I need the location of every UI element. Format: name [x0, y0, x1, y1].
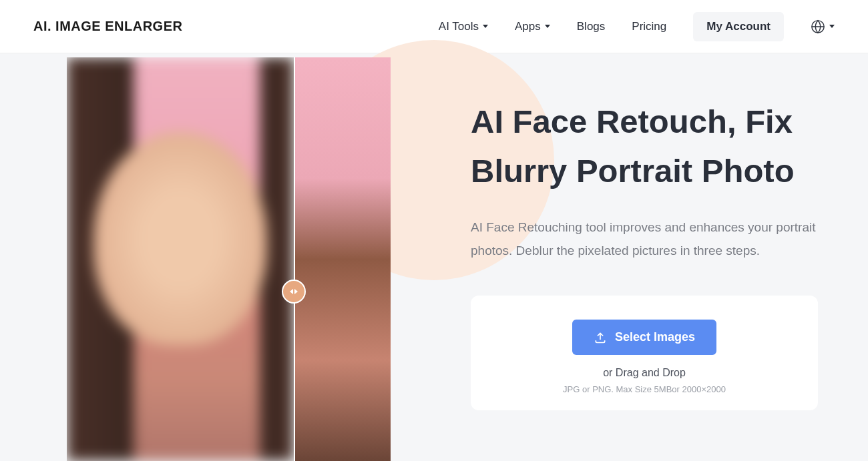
- chevron-down-icon: [483, 25, 488, 28]
- upload-icon: [594, 331, 607, 344]
- select-images-label: Select Images: [615, 330, 695, 344]
- format-hint-text: JPG or PNG. Max Size 5MBor 2000×2000: [497, 384, 791, 394]
- nav-blogs[interactable]: Blogs: [577, 20, 606, 33]
- compare-divider: [294, 57, 295, 461]
- nav-apps[interactable]: Apps: [515, 20, 550, 33]
- hero-description: AI Face Retouching tool improves and enh…: [471, 215, 818, 262]
- nav-apps-label: Apps: [515, 20, 541, 33]
- main-nav: AI Tools Apps Blogs Pricing My Account: [439, 12, 835, 41]
- chevron-down-icon: [829, 25, 835, 28]
- hero-section: AI Face Retouch, Fix Blurry Portrait Pho…: [0, 53, 868, 461]
- globe-icon: [811, 19, 825, 34]
- select-images-button[interactable]: Select Images: [572, 320, 716, 355]
- my-account-button[interactable]: My Account: [693, 12, 784, 41]
- nav-ai-tools-label: AI Tools: [439, 20, 479, 33]
- nav-pricing-label: Pricing: [632, 20, 666, 33]
- nav-pricing[interactable]: Pricing: [632, 20, 666, 33]
- portrait-before-blurry: [67, 57, 294, 461]
- drag-drop-text: or Drag and Drop: [497, 367, 791, 379]
- arrow-right-icon: [294, 289, 298, 294]
- portrait-after-sharp: [294, 57, 391, 461]
- chevron-down-icon: [545, 25, 550, 28]
- site-logo[interactable]: AI. IMAGE ENLARGER: [33, 19, 182, 34]
- nav-ai-tools[interactable]: AI Tools: [439, 20, 488, 33]
- compare-handle[interactable]: [282, 280, 306, 304]
- my-account-label: My Account: [706, 20, 771, 33]
- language-selector[interactable]: [811, 19, 835, 34]
- before-after-image-slider[interactable]: [67, 57, 391, 461]
- hero-title: AI Face Retouch, Fix Blurry Portrait Pho…: [471, 97, 818, 195]
- nav-blogs-label: Blogs: [577, 20, 606, 33]
- arrow-left-icon: [290, 289, 293, 294]
- hero-content: AI Face Retouch, Fix Blurry Portrait Pho…: [471, 57, 818, 461]
- upload-card[interactable]: Select Images or Drag and Drop JPG or PN…: [471, 296, 818, 410]
